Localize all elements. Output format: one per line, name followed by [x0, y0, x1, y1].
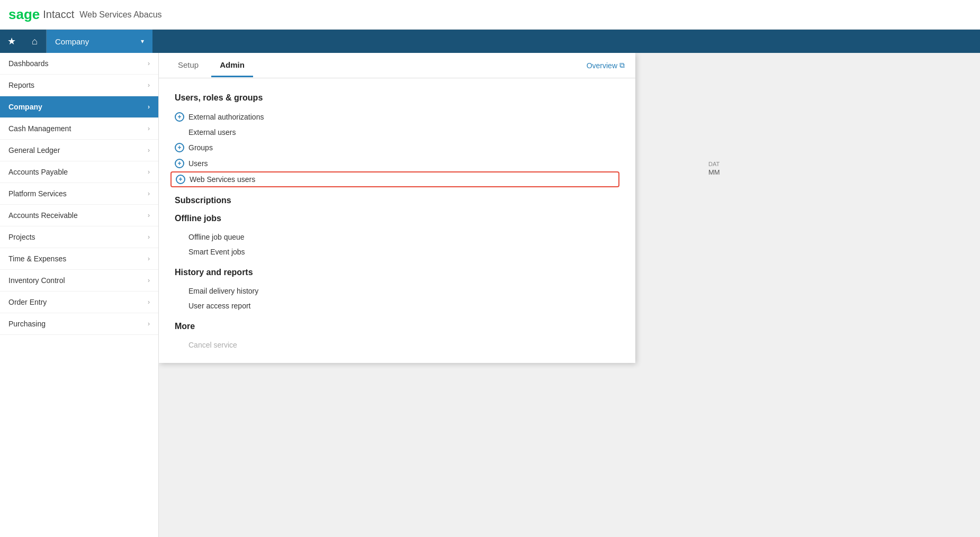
chevron-right-icon: › — [148, 277, 150, 284]
sidebar-item-accounts-payable[interactable]: Accounts Payable › — [0, 161, 158, 183]
menu-item-offline-job-queue-label: Offline job queue — [188, 233, 245, 241]
intacct-logo: Intacct — [43, 8, 74, 21]
chevron-right-icon: › — [148, 60, 150, 67]
sidebar-item-inventory-control-label: Inventory Control — [8, 276, 65, 285]
sidebar-item-purchasing[interactable]: Purchasing › — [0, 313, 158, 335]
sidebar-item-cash-management[interactable]: Cash Management › — [0, 118, 158, 140]
chevron-right-icon: › — [148, 103, 150, 111]
chevron-right-icon: › — [148, 233, 150, 241]
tab-admin-label: Admin — [220, 60, 245, 69]
overview-label: Overview — [587, 61, 617, 70]
main-layout: Dashboards › Reports › Company › Cash Ma… — [0, 53, 980, 537]
sidebar-item-purchasing-label: Purchasing — [8, 320, 46, 328]
external-link-icon: ⧉ — [619, 61, 625, 70]
sidebar-item-reports-label: Reports — [8, 81, 34, 89]
tab-setup[interactable]: Setup — [169, 54, 207, 77]
chevron-right-icon: › — [148, 125, 150, 132]
tab-setup-label: Setup — [178, 60, 199, 69]
menu-item-external-users[interactable]: External users — [175, 125, 619, 140]
plus-circle-icon: + — [176, 175, 185, 184]
chevron-right-icon: › — [148, 147, 150, 154]
menu-item-external-auth[interactable]: + External authorizations — [175, 109, 619, 125]
sidebar-item-dashboards-label: Dashboards — [8, 59, 49, 68]
section-title-users-roles-groups: Users, roles & groups — [175, 93, 619, 103]
home-button[interactable]: ⌂ — [23, 30, 47, 53]
menu-item-users[interactable]: + Users — [175, 156, 619, 171]
menu-item-groups-label: Groups — [188, 143, 213, 152]
plus-circle-icon: + — [175, 112, 184, 122]
menu-item-external-users-label: External users — [188, 128, 236, 136]
company-nav-chevron: ▾ — [141, 38, 144, 45]
section-title-more: More — [175, 322, 619, 331]
menu-item-email-delivery-history[interactable]: Email delivery history — [175, 284, 619, 298]
menu-item-user-access-report[interactable]: User access report — [175, 298, 619, 313]
menu-item-smart-event-jobs-label: Smart Event jobs — [188, 248, 245, 256]
menu-item-users-label: Users — [188, 159, 208, 168]
menu-item-smart-event-jobs[interactable]: Smart Event jobs — [175, 244, 619, 259]
sidebar-item-projects-label: Projects — [8, 233, 35, 241]
sidebar-item-time-expenses[interactable]: Time & Expenses › — [0, 248, 158, 270]
favorites-button[interactable]: ★ — [0, 30, 23, 53]
menu-item-cancel-service[interactable]: Cancel service — [175, 338, 619, 352]
chevron-right-icon: › — [148, 168, 150, 176]
menu-item-external-auth-label: External authorizations — [188, 113, 264, 121]
sidebar-item-accounts-payable-label: Accounts Payable — [8, 168, 68, 176]
plus-circle-icon: + — [175, 159, 184, 168]
sidebar-item-general-ledger[interactable]: General Ledger › — [0, 140, 158, 161]
menu-item-email-delivery-history-label: Email delivery history — [188, 287, 258, 295]
sidebar-item-dashboards[interactable]: Dashboards › — [0, 53, 158, 75]
overview-link[interactable]: Overview ⧉ — [587, 61, 625, 70]
company-nav-button[interactable]: Company ▾ — [47, 30, 152, 53]
section-title-offline-jobs: Offline jobs — [175, 214, 619, 223]
panel-content: Users, roles & groups + External authori… — [159, 78, 635, 363]
sidebar-item-accounts-receivable[interactable]: Accounts Receivable › — [0, 205, 158, 226]
chevron-right-icon: › — [148, 298, 150, 306]
bg-field-dat: Dat MM — [708, 161, 969, 176]
sidebar-item-inventory-control[interactable]: Inventory Control › — [0, 270, 158, 292]
chevron-right-icon: › — [148, 320, 150, 327]
bg-label-dat: Dat — [708, 161, 969, 167]
sidebar-item-platform-services-label: Platform Services — [8, 189, 67, 198]
sidebar-item-company-label: Company — [8, 103, 42, 111]
bg-value-dat: MM — [708, 168, 969, 176]
sidebar-item-order-entry-label: Order Entry — [8, 298, 47, 306]
panel-tabs: Setup Admin Overview ⧉ — [159, 53, 635, 78]
sidebar-item-company[interactable]: Company › — [0, 96, 158, 118]
dropdown-panel: Setup Admin Overview ⧉ Users, roles & gr… — [159, 53, 635, 363]
sidebar-item-order-entry[interactable]: Order Entry › — [0, 292, 158, 313]
chevron-right-icon: › — [148, 255, 150, 262]
sidebar-item-cash-management-label: Cash Management — [8, 124, 71, 133]
chevron-right-icon: › — [148, 81, 150, 89]
chevron-right-icon: › — [148, 190, 150, 197]
content-area: Compa CA Zip -- Co Un ∨ Global Lan — [159, 53, 980, 537]
sidebar-item-time-expenses-label: Time & Expenses — [8, 254, 66, 263]
menu-item-web-services-users-label: Web Services users — [190, 175, 255, 184]
menu-item-web-services-users[interactable]: + Web Services users — [170, 171, 619, 187]
nav-bar: ★ ⌂ Company ▾ — [0, 30, 980, 53]
tab-admin[interactable]: Admin — [211, 54, 253, 77]
menu-item-user-access-report-label: User access report — [188, 302, 250, 310]
sidebar-item-general-ledger-label: General Ledger — [8, 146, 60, 154]
company-nav-label: Company — [55, 37, 89, 46]
menu-item-offline-job-queue[interactable]: Offline job queue — [175, 230, 619, 244]
menu-item-groups[interactable]: + Groups — [175, 140, 619, 156]
sage-logo: sage — [8, 6, 40, 23]
sidebar-item-projects[interactable]: Projects › — [0, 226, 158, 248]
section-title-history-reports: History and reports — [175, 268, 619, 277]
company-subtitle: Web Services Abacus — [79, 10, 161, 20]
plus-circle-icon: + — [175, 143, 184, 152]
top-header: sage Intacct Web Services Abacus — [0, 0, 980, 30]
sidebar-item-accounts-receivable-label: Accounts Receivable — [8, 211, 78, 220]
section-title-subscriptions: Subscriptions — [175, 196, 619, 205]
sidebar-item-reports[interactable]: Reports › — [0, 75, 158, 96]
menu-item-cancel-service-label: Cancel service — [188, 341, 237, 349]
sidebar-item-platform-services[interactable]: Platform Services › — [0, 183, 158, 205]
sidebar-menu: Dashboards › Reports › Company › Cash Ma… — [0, 53, 159, 537]
chevron-right-icon: › — [148, 212, 150, 219]
